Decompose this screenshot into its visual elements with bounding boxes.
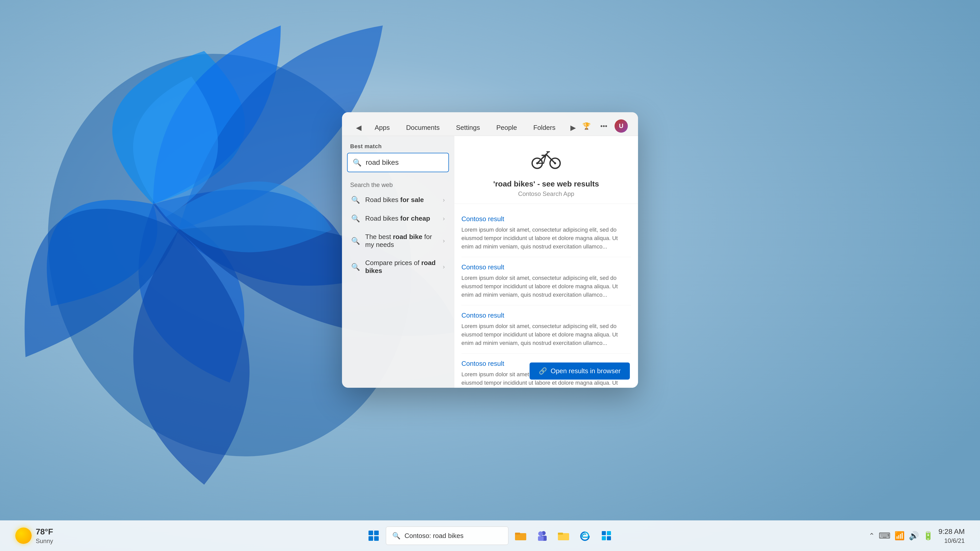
weather-widget[interactable]: 78°F Sunny [15, 527, 53, 545]
svg-rect-27 [607, 531, 611, 535]
weather-text: 78°F Sunny [36, 527, 53, 545]
clock[interactable]: 9:28 AM 10/6/21 [939, 527, 965, 545]
current-time: 9:28 AM [939, 527, 965, 537]
suggestion-arrow-icon-3: › [443, 237, 445, 245]
panel-content: Best match 🔍 Search the web 🔍 Road bikes… [342, 136, 638, 388]
trophy-icon[interactable]: 🏆 [580, 119, 593, 133]
open-browser-link-icon: 🔗 [539, 367, 547, 375]
svg-rect-26 [602, 531, 606, 535]
tray-chevron-icon[interactable]: ⌃ [869, 532, 875, 540]
detail-result-body-1: Lorem ipsum dolor sit amet, consectetur … [461, 225, 631, 251]
svg-rect-19 [515, 533, 520, 535]
weather-temp: 78°F [36, 527, 53, 537]
taskbar-teams[interactable] [533, 527, 551, 545]
system-tray: ⌃ ⌨ 📶 🔊 🔋 [869, 531, 933, 540]
svg-rect-29 [607, 536, 611, 540]
taskbar-edge[interactable] [576, 527, 594, 545]
taskbar-right: ⌃ ⌨ 📶 🔊 🔋 9:28 AM 10/6/21 [869, 527, 965, 545]
suggestion-road-bikes-cheap[interactable]: 🔍 Road bikes for cheap › [344, 209, 452, 228]
current-date: 10/6/21 [939, 537, 965, 545]
best-match-label: Best match [342, 143, 454, 153]
taskbar-left: 78°F Sunny [15, 527, 53, 545]
taskbar-search-bar[interactable]: 🔍 Contoso: road bikes [386, 527, 508, 545]
svg-rect-23 [538, 536, 544, 541]
open-results-in-browser-button[interactable]: 🔗 Open results in browser [530, 362, 630, 380]
filter-tabs-row: ◀ Apps Documents Settings People Folders… [342, 112, 638, 136]
suggestion-best-road-bike[interactable]: 🔍 The best road bike for my needs › [344, 228, 452, 254]
weather-condition: Sunny [36, 537, 53, 545]
detail-result-3[interactable]: Contoso result Lorem ipsum dolor sit ame… [461, 305, 631, 354]
suggestion-text-3: The best road bike for my needs [365, 233, 438, 249]
detail-header: 'road bikes' - see web results Contoso S… [454, 136, 638, 204]
taskbar-search-icon: 🔍 [392, 532, 401, 540]
detail-result-1[interactable]: Contoso result Lorem ipsum dolor sit ame… [461, 209, 631, 257]
tab-settings[interactable]: Settings [449, 120, 487, 135]
svg-rect-25 [558, 533, 563, 535]
search-detail-side: 'road bikes' - see web results Contoso S… [454, 136, 638, 388]
detail-result-title-2: Contoso result [461, 263, 631, 271]
taskbar-store[interactable] [597, 527, 616, 545]
tab-documents[interactable]: Documents [399, 120, 447, 135]
search-panel: ◀ Apps Documents Settings People Folders… [342, 112, 638, 388]
taskbar-icons: 🔍 Contoso: road bikes [364, 527, 616, 545]
more-options-icon[interactable]: ••• [597, 119, 611, 133]
suggestion-text-2: Road bikes for cheap [365, 214, 438, 222]
search-suggestion-icon-4: 🔍 [351, 263, 360, 271]
suggestion-arrow-icon-4: › [443, 263, 445, 270]
detail-result-title-3: Contoso result [461, 311, 631, 319]
detail-result-body-2: Lorem ipsum dolor sit amet, consectetur … [461, 274, 631, 299]
search-icon: 🔍 [353, 159, 362, 167]
user-avatar[interactable]: U [614, 119, 628, 133]
start-button[interactable] [364, 527, 383, 545]
filter-actions: 🏆 ••• U [580, 119, 628, 136]
tab-folders[interactable]: Folders [526, 120, 563, 135]
filter-tabs-list: Apps Documents Settings People Folders P… [366, 120, 566, 135]
detail-title: 'road bikes' - see web results [493, 179, 599, 188]
suggestion-compare-road-bikes[interactable]: 🔍 Compare prices of road bikes › [344, 254, 452, 280]
bike-icon [531, 146, 562, 176]
suggestion-text-4: Compare prices of road bikes [365, 259, 438, 275]
tab-apps[interactable]: Apps [368, 120, 397, 135]
svg-rect-15 [374, 530, 379, 535]
taskbar-center: 🔍 Contoso: road bikes [364, 527, 616, 545]
suggestion-text-1: Road bikes for sale [365, 196, 438, 204]
filter-tab-next-button[interactable]: ▶ [566, 121, 580, 134]
svg-rect-14 [369, 530, 373, 535]
detail-subtitle: Contoso Search App [518, 190, 574, 197]
taskbar: 78°F Sunny 🔍 Contoso: road bikes [0, 520, 980, 551]
keyboard-icon[interactable]: ⌨ [879, 531, 891, 540]
svg-rect-28 [602, 536, 606, 540]
speaker-icon[interactable]: 🔊 [909, 531, 919, 540]
weather-sun-icon [15, 527, 32, 544]
svg-rect-16 [369, 536, 373, 541]
suggestion-arrow-icon: › [443, 197, 445, 203]
detail-results-list: Contoso result Lorem ipsum dolor sit ame… [454, 204, 638, 388]
search-input-row[interactable]: 🔍 [347, 153, 449, 172]
wifi-icon[interactable]: 📶 [894, 531, 905, 540]
battery-icon[interactable]: 🔋 [923, 531, 933, 540]
taskbar-search-text: Contoso: road bikes [404, 532, 463, 540]
taskbar-file-explorer[interactable] [511, 527, 530, 545]
detail-result-body-3: Lorem ipsum dolor sit amet, consectetur … [461, 322, 631, 347]
search-input[interactable] [366, 159, 454, 167]
svg-point-22 [538, 531, 543, 536]
tab-people[interactable]: People [489, 120, 524, 135]
search-results-side: Best match 🔍 Search the web 🔍 Road bikes… [342, 136, 454, 388]
tab-photos[interactable]: Photos [565, 120, 566, 135]
open-browser-label: Open results in browser [550, 367, 620, 375]
suggestion-arrow-icon-2: › [443, 215, 445, 222]
detail-result-title-1: Contoso result [461, 215, 631, 223]
svg-line-10 [546, 152, 548, 154]
filter-tab-prev-button[interactable]: ◀ [352, 121, 366, 134]
taskbar-folder[interactable] [554, 527, 573, 545]
search-suggestion-icon-2: 🔍 [351, 214, 360, 223]
svg-rect-17 [374, 536, 379, 541]
search-suggestion-icon-3: 🔍 [351, 237, 360, 245]
search-the-web-header: Search the web [342, 177, 454, 191]
search-suggestion-icon: 🔍 [351, 196, 360, 204]
suggestion-road-bikes-sale[interactable]: 🔍 Road bikes for sale › [344, 191, 452, 209]
detail-result-2[interactable]: Contoso result Lorem ipsum dolor sit ame… [461, 257, 631, 305]
